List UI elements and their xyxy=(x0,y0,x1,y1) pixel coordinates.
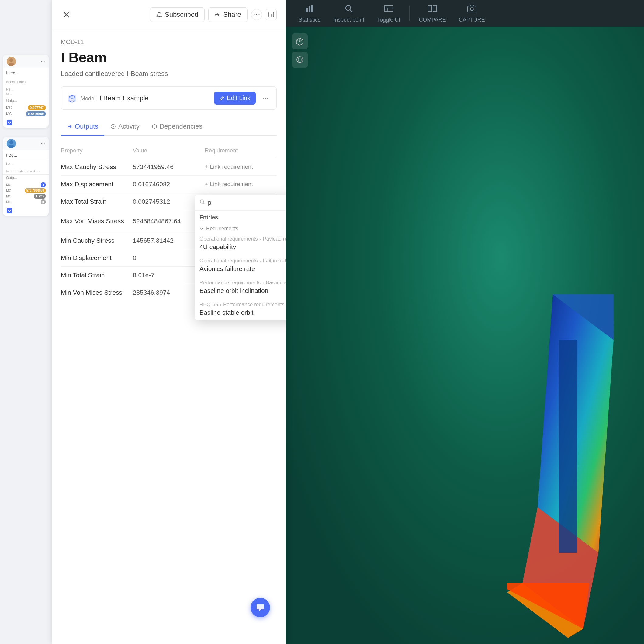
model-link-row: Model I Beam Example Edit Link ⋯ xyxy=(61,86,277,110)
sphere-button[interactable] xyxy=(292,52,308,68)
card-2-mc4: MC xyxy=(6,200,11,204)
col-value: Value xyxy=(133,147,205,154)
card-2-mc3: MC xyxy=(6,194,11,198)
dropdown-item[interactable]: Performance requirements › Basline stabl… xyxy=(195,277,286,299)
plus-icon: + xyxy=(205,181,208,188)
cell-property: Max Displacement xyxy=(61,181,133,188)
card-1-mc2: MC xyxy=(6,112,12,116)
col-requirement: Requirement xyxy=(205,147,277,154)
card-2-more[interactable]: ⋯ xyxy=(41,141,45,146)
page-subtitle: Loaded cantileavered I-Beam stress xyxy=(61,70,277,78)
inspect-point-button[interactable]: Inspect point xyxy=(328,1,370,26)
cell-value: 145657.31442 xyxy=(133,237,205,244)
svg-rect-2 xyxy=(311,5,313,12)
close-button[interactable] xyxy=(61,9,72,20)
dropdown-item-path: Operational requirements › Payload requi… xyxy=(199,236,286,242)
toggle-ui-button[interactable]: Toggle UI xyxy=(372,1,406,26)
search-input[interactable] xyxy=(208,199,286,206)
edit-link-label: Edit Link xyxy=(227,95,250,102)
svg-line-39 xyxy=(203,203,204,204)
svg-rect-0 xyxy=(306,8,308,12)
dropdown-item[interactable]: REQ-65 › Performance requirements Baslin… xyxy=(195,299,286,320)
search-icon xyxy=(199,199,205,206)
compare-icon xyxy=(428,4,437,16)
tab-outputs[interactable]: Outputs xyxy=(61,118,104,136)
cell-value: 0.016746082 xyxy=(133,181,205,188)
dropdown-group-title: Requirements xyxy=(195,223,286,233)
inspect-label: Inspect point xyxy=(333,17,364,23)
svg-rect-1 xyxy=(309,6,310,12)
card-1-sub2: Pe...si... xyxy=(3,86,49,97)
cell-property: Min Von Mises Stress xyxy=(61,289,133,296)
svg-rect-9 xyxy=(433,5,437,12)
cell-property: Max Von Mises Stress xyxy=(61,217,133,225)
cell-property: Min Displacement xyxy=(61,254,133,261)
inspect-icon xyxy=(344,4,354,16)
card-1-mc1: MC xyxy=(6,106,12,110)
share-button[interactable]: Share xyxy=(208,7,248,22)
table-header: Property Value Requirement xyxy=(61,144,277,157)
card-1-badge1: 0.907747 xyxy=(28,105,46,110)
capture-button[interactable]: CAPTURE xyxy=(453,1,490,26)
model-link-more-button[interactable]: ⋯ xyxy=(261,93,270,103)
modal-header: Subscribed Share ⋯ xyxy=(52,0,286,29)
svg-point-16 xyxy=(298,57,301,63)
card-1-header: ⋯ xyxy=(3,55,49,68)
cell-value: 52458484867.64 xyxy=(133,217,205,225)
tab-outputs-label: Outputs xyxy=(75,123,98,130)
header-actions: Subscribed Share ⋯ xyxy=(150,7,277,22)
card-2-badge-num: 573.7830986 xyxy=(25,188,46,193)
model-link-actions: Edit Link ⋯ xyxy=(214,92,270,105)
card-2-outputs: Outp... xyxy=(3,174,49,181)
card-2-badge-1225: 1.225 xyxy=(34,194,46,199)
card-2-title: I Be... xyxy=(3,150,49,160)
statistics-label: Statistics xyxy=(299,17,320,23)
card-1-more[interactable]: ⋯ xyxy=(41,59,45,64)
model-link-left: Model I Beam Example xyxy=(67,93,149,103)
svg-rect-24 xyxy=(7,208,12,213)
dropdown-section-title: Entries xyxy=(195,211,286,223)
card-2-mc2: MC xyxy=(6,189,11,192)
dropdown-item[interactable]: Operational requirements › Failure rate … xyxy=(195,255,286,277)
dropdown-item[interactable]: Operational requirements › Payload requi… xyxy=(195,233,286,255)
panel-button[interactable] xyxy=(266,9,277,20)
cell-value: 573441959.46 xyxy=(133,163,205,171)
svg-point-27 xyxy=(159,12,160,13)
subscribed-label: Subscribed xyxy=(165,11,198,19)
tab-activity[interactable]: Activity xyxy=(104,118,146,136)
path-arrow: › xyxy=(220,302,221,307)
svg-rect-20 xyxy=(7,120,12,125)
card-2-subtitle: Lo... xyxy=(3,160,49,168)
card-1-badge2: 0.8526559 xyxy=(26,111,46,116)
page-title: I Beam xyxy=(61,49,277,66)
tab-activity-label: Activity xyxy=(118,123,140,130)
cell-req: + Link requirement xyxy=(205,164,277,170)
link-req-button[interactable]: + Link requirement xyxy=(205,181,277,188)
cell-value: 0 xyxy=(133,254,205,261)
svg-line-14 xyxy=(300,40,303,42)
statistics-icon xyxy=(305,4,314,16)
dropdown-item-path: Performance requirements › Basline stabl… xyxy=(199,280,286,286)
svg-line-13 xyxy=(296,40,300,42)
chat-fab-button[interactable] xyxy=(251,598,270,617)
model-link-info: Model I Beam Example xyxy=(81,94,149,102)
card-2-mc1: MC xyxy=(6,183,11,187)
statistics-button[interactable]: Statistics xyxy=(293,1,326,26)
svg-rect-5 xyxy=(384,5,393,12)
cube-button[interactable] xyxy=(292,33,308,49)
path-arrow: › xyxy=(262,280,264,285)
subscribed-button[interactable]: Subscribed xyxy=(150,7,205,22)
link-req-button[interactable]: + Link requirement xyxy=(205,164,277,170)
model-type-label: Model xyxy=(81,95,95,102)
cell-value: 0.002745312 xyxy=(133,198,205,205)
tab-dependencies[interactable]: Dependencies xyxy=(146,118,209,136)
more-button[interactable]: ⋯ xyxy=(251,9,262,20)
card-2-sub2: heat transfer based on xyxy=(3,168,49,174)
card-2-badge-0: 0 xyxy=(41,199,46,204)
dropdown-item-name: 4U capability xyxy=(199,243,286,251)
dropdown-item-name: Baseline orbit inclination xyxy=(199,287,286,294)
edit-link-button[interactable]: Edit Link xyxy=(214,92,256,105)
shape-toolbar xyxy=(292,33,308,68)
compare-button[interactable]: COMPARE xyxy=(413,1,452,26)
svg-rect-8 xyxy=(428,5,432,12)
